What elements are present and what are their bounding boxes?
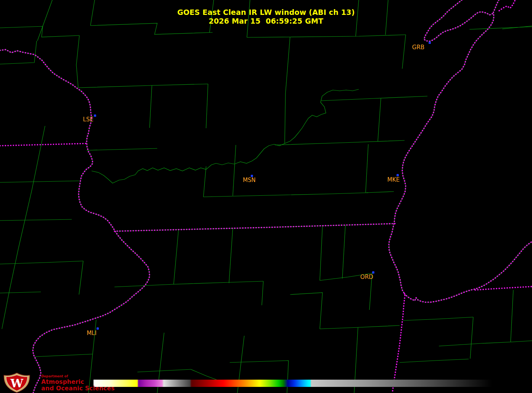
county-boundary-line — [114, 281, 263, 287]
county-boundary-line — [233, 145, 236, 196]
logo-dept-line: Department of — [41, 375, 114, 378]
county-boundary-line — [320, 325, 400, 329]
county-boundary-line — [230, 361, 289, 393]
county-boundary-line — [290, 293, 322, 329]
state-border-dotted-line — [114, 224, 395, 231]
county-boundary-line — [378, 98, 381, 141]
county-boundary-line — [0, 261, 83, 264]
county-boundary-line — [366, 144, 368, 193]
image-title-block: GOES East Clean IR LW window (ABI ch 13)… — [0, 8, 532, 26]
station-label: MSN — [243, 177, 256, 184]
county-boundary-line — [0, 181, 79, 182]
county-boundary-line — [403, 317, 473, 321]
county-boundary-line — [76, 35, 79, 88]
logo-line-2: and Oceanic Sciences — [41, 386, 114, 392]
county-boundary-line — [342, 225, 345, 279]
county-boundary-line — [402, 35, 406, 69]
county-boundary-line — [439, 342, 513, 346]
state-border-dotted-line — [405, 242, 532, 302]
county-boundary-line — [262, 281, 263, 305]
state-border-dotted-line — [475, 287, 532, 290]
county-boundary-line — [321, 96, 427, 101]
county-boundary-line — [206, 84, 208, 128]
county-boundary-line — [137, 369, 191, 372]
state-border-dotted-line — [389, 0, 499, 294]
county-boundary-line — [275, 140, 405, 145]
state-border-dotted-line — [0, 143, 87, 146]
timestamp: 2026 Mar 15 06:59:25 GMT — [0, 17, 532, 26]
station-label: LSE — [83, 116, 93, 123]
station-label: GRB — [412, 44, 424, 51]
county-boundary-line — [0, 219, 72, 221]
county-boundary-line — [229, 228, 233, 283]
station-label: ORD — [360, 274, 373, 280]
county-boundary-line — [0, 41, 37, 64]
county-boundary-line — [511, 290, 513, 342]
county-boundary-line — [405, 242, 532, 302]
county-boundary-line — [513, 341, 532, 342]
county-boundary-line — [285, 37, 290, 93]
ir-colorbar — [94, 380, 514, 387]
satellite-image-viewer: GOES East Clean IR LW window (ABI ch 13)… — [0, 0, 532, 393]
county-boundary-line — [320, 226, 322, 280]
county-boundary-line — [203, 166, 206, 197]
county-boundary-line — [502, 26, 532, 29]
county-boundary-line — [0, 26, 79, 37]
station-dot — [94, 114, 96, 117]
county-boundary-line — [0, 50, 150, 393]
county-boundary-line — [366, 192, 394, 193]
county-boundary-line — [79, 261, 83, 295]
county-boundary-line — [78, 84, 208, 88]
station-label: MLI — [87, 330, 97, 337]
logo-line-1: Atmospheric — [41, 379, 114, 385]
county-boundary-line — [285, 93, 285, 143]
county-boundary-line — [174, 229, 179, 284]
county-boundary-line — [470, 317, 473, 359]
county-boundary-line — [400, 359, 469, 362]
county-boundary-line — [2, 126, 45, 329]
crest-letter: W — [10, 377, 24, 390]
product-title: GOES East Clean IR LW window (ABI ch 13) — [0, 8, 532, 17]
county-boundary-line — [0, 292, 41, 293]
station-label: MKE — [387, 176, 400, 183]
station-dot — [429, 42, 431, 44]
uw-crest-icon: W — [2, 372, 31, 393]
state-border-dotted-line — [0, 50, 150, 393]
map-canvas — [0, 0, 532, 393]
county-boundary-line — [150, 85, 152, 128]
aos-logo: W Department of Atmospheric and Oceanic … — [2, 372, 114, 393]
county-boundary-line — [92, 89, 359, 183]
state-border-dotted-line — [392, 295, 405, 393]
logo-text: Department of Atmospheric and Oceanic Sc… — [41, 375, 114, 393]
station-dot — [97, 327, 99, 330]
county-boundary-line — [34, 354, 92, 357]
county-boundary-line — [203, 193, 368, 197]
county-boundary-line — [87, 148, 157, 150]
county-boundary-line — [247, 35, 406, 37]
county-boundary-line — [389, 0, 499, 294]
